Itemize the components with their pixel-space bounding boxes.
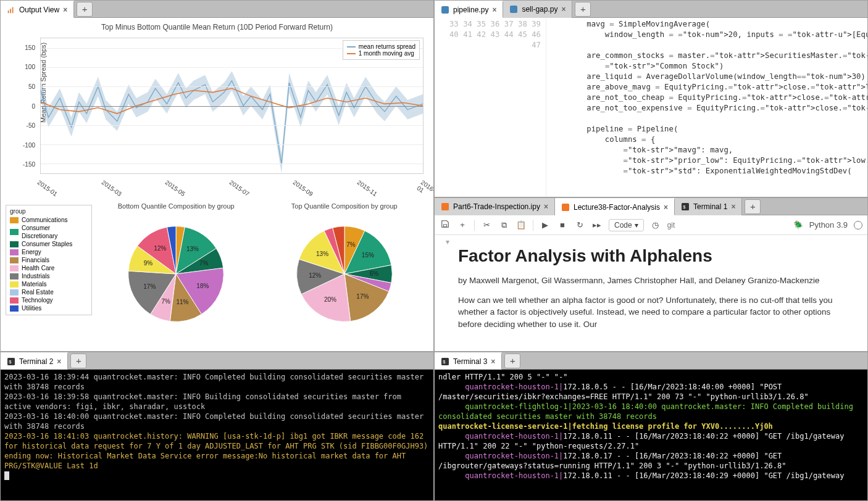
run-button[interactable]: ▶	[540, 220, 551, 230]
pie-chart: 13%7%18%11%7%17%9%12%	[114, 212, 238, 336]
add-tab-button[interactable]: +	[70, 354, 86, 368]
tab-label: sell-gap.py	[522, 5, 557, 14]
svg-rect-2	[12, 7, 14, 13]
add-tab-button[interactable]: +	[504, 354, 520, 368]
legend-row: Technology	[10, 296, 88, 304]
svg-text:12%: 12%	[154, 245, 167, 252]
notebook-tabbar: Part6-Trade-Inspection.ipy × Lecture38-F…	[435, 198, 867, 215]
svg-rect-0	[8, 10, 9, 12]
legend-row: Real Estate	[10, 288, 88, 296]
chevron-down-icon: ▾	[635, 221, 638, 230]
restart-button[interactable]: ↻	[574, 220, 585, 230]
tab-sell-gap-py[interactable]: sell-gap.py ×	[503, 1, 572, 18]
tab-lecture38[interactable]: Lecture38-Factor-Analysis ×	[555, 198, 675, 215]
notebook-panel: Part6-Trade-Inspection.ipy × Lecture38-F…	[434, 197, 868, 352]
add-tab-button[interactable]: +	[77, 2, 93, 17]
terminal-icon: $	[7, 357, 15, 366]
svg-text:9%: 9%	[144, 260, 153, 267]
command-palette-button[interactable]: ◷	[650, 220, 661, 230]
notebook-toolbar: + ✂ ⧉ 📋 ▶ ■ ↻ ▸▸ Code ▾ ◷ git 🪲 Python 3…	[435, 215, 867, 235]
svg-rect-21	[562, 204, 569, 211]
cell-type-label: Code	[614, 221, 632, 230]
close-icon[interactable]: ×	[57, 357, 61, 366]
tab-label: Output View	[19, 6, 59, 14]
code-content[interactable]: mavg = SimpleMovingAverage( window_lengt…	[546, 18, 867, 197]
tab-output-view[interactable]: Output View ×	[1, 1, 74, 18]
tab-label: Part6-Trade-Inspection.ipy	[453, 202, 540, 211]
python-icon	[509, 5, 518, 14]
chart-title: Top Minus Bottom Quantile Mean Return (1…	[6, 23, 428, 31]
python-icon	[441, 6, 449, 14]
git-label[interactable]: git	[667, 221, 675, 230]
svg-rect-1	[10, 9, 11, 13]
svg-text:13%: 13%	[186, 246, 199, 252]
output-body: Top Minus Bottom Quantile Mean Return (1…	[1, 18, 433, 351]
legend-item: mean returns spread	[359, 43, 415, 50]
pie-title: Bottom Quantile Composition by group	[118, 202, 235, 210]
chart-legend: mean returns spread 1 month moving avg	[343, 40, 420, 60]
svg-text:6%: 6%	[369, 270, 378, 277]
terminal2-body[interactable]: 2023-03-16 18:39:44 quantrocket.master: …	[1, 370, 433, 500]
terminal2-tabbar: $ Terminal 2 × +	[1, 352, 433, 370]
pie-legend: group CommunicationsConsumer Discretiona…	[6, 205, 92, 315]
kernel-name[interactable]: Python 3.9	[809, 220, 848, 230]
svg-text:7%: 7%	[162, 298, 171, 305]
notebook-icon	[561, 203, 570, 212]
tab-part6[interactable]: Part6-Trade-Inspection.ipy ×	[435, 198, 555, 215]
terminal2-panel: $ Terminal 2 × + 2023-03-16 18:39:44 qua…	[0, 352, 434, 501]
y-ticks: -150-100-50050100150	[6, 38, 38, 174]
pie-chart: 7%15%6%17%20%12%13%	[283, 212, 406, 336]
close-icon[interactable]: ×	[731, 202, 735, 211]
tab-terminal3[interactable]: $ Terminal 3 ×	[435, 352, 502, 370]
stop-button[interactable]: ■	[557, 220, 568, 230]
legend-item: 1 month moving avg	[359, 50, 414, 57]
code-editor[interactable]: 33 34 35 36 37 38 39 40 41 42 43 44 45 4…	[435, 18, 867, 197]
cell-type-select[interactable]: Code ▾	[609, 219, 644, 231]
svg-rect-20	[441, 203, 449, 210]
tab-label: pipeline.py	[453, 6, 488, 14]
close-icon[interactable]: ×	[561, 5, 565, 14]
fast-forward-button[interactable]: ▸▸	[591, 220, 603, 230]
kernel-status: 🪲 Python 3.9	[793, 220, 862, 230]
svg-rect-18	[441, 6, 449, 14]
notebook-body[interactable]: ▾ Factor Analysis with Alphalens by Maxw…	[435, 235, 867, 342]
terminal3-panel: $ Terminal 3 × + ndler HTTP/1.1" 200 5 "…	[434, 352, 868, 501]
notebook-byline: by Maxwell Margenot, Gil Wassermann, Jam…	[458, 275, 851, 287]
legend-row: Financials	[10, 256, 88, 264]
close-icon[interactable]: ×	[491, 357, 495, 366]
bug-icon[interactable]: 🪲	[793, 220, 803, 230]
pie-title: Top Quantile Composition by group	[291, 202, 398, 210]
collapse-caret-icon[interactable]: ▾	[446, 238, 449, 246]
editor-tabbar: pipeline.py × sell-gap.py × +	[435, 1, 867, 18]
close-icon[interactable]: ×	[63, 6, 67, 14]
paste-button[interactable]: 📋	[515, 220, 527, 230]
svg-text:17%: 17%	[356, 293, 369, 300]
tab-pipeline-py[interactable]: pipeline.py ×	[435, 1, 503, 18]
spread-chart: Top Minus Bottom Quantile Mean Return (1…	[6, 23, 428, 199]
add-tab-button[interactable]: +	[575, 2, 591, 17]
terminal3-body[interactable]: ndler HTTP/1.1" 200 5 "-" "-" quantrocke…	[435, 370, 867, 500]
close-icon[interactable]: ×	[664, 203, 668, 212]
add-cell-button[interactable]: +	[457, 220, 468, 230]
tab-terminal1[interactable]: $ Terminal 1 ×	[675, 198, 742, 215]
close-icon[interactable]: ×	[544, 202, 548, 211]
kernel-status-circle	[854, 221, 862, 230]
pies-row: group CommunicationsConsumer Discretiona…	[6, 201, 428, 343]
svg-text:11%: 11%	[177, 299, 189, 305]
close-icon[interactable]: ×	[492, 6, 496, 14]
save-button[interactable]	[440, 220, 451, 230]
copy-button[interactable]: ⧉	[498, 220, 509, 230]
add-tab-button[interactable]: +	[745, 199, 761, 214]
chart-icon	[7, 6, 15, 14]
notebook-title: Factor Analysis with Alphalens	[458, 246, 851, 266]
svg-text:20%: 20%	[324, 296, 336, 303]
tab-label: Terminal 3	[453, 357, 487, 366]
svg-rect-19	[510, 6, 517, 13]
legend-row: Utilities	[10, 304, 88, 312]
pie-top-quantile: Top Quantile Composition by group 7%15%6…	[261, 201, 429, 343]
legend-row: Communications	[10, 216, 88, 224]
tab-terminal2[interactable]: $ Terminal 2 ×	[1, 352, 68, 370]
cut-button[interactable]: ✂	[481, 220, 492, 230]
svg-text:7%: 7%	[199, 260, 209, 267]
svg-text:12%: 12%	[309, 272, 321, 279]
